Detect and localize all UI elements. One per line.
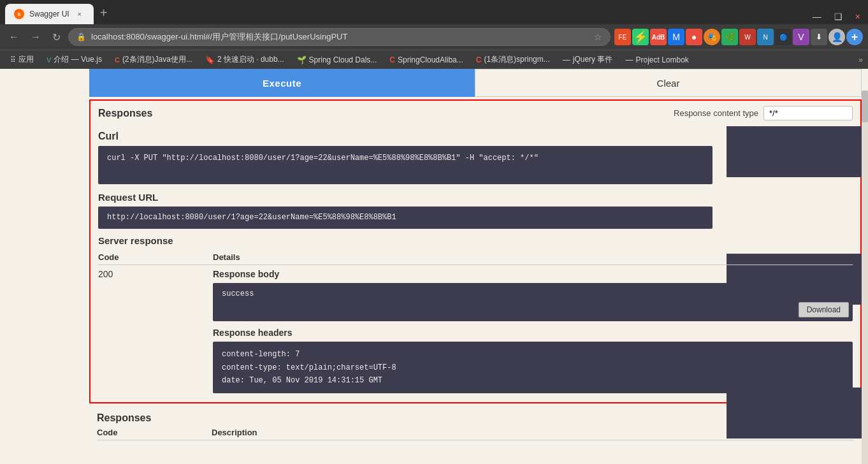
curl-section: Curl curl -X PUT "http://localhost:8080/… [98,131,853,184]
tab-close-button[interactable]: × [75,9,85,19]
response-table-row: 200 Response body success Download [98,265,853,397]
ext-purple-icon[interactable]: V [793,29,809,45]
ext-plus-icon[interactable]: + [846,29,863,45]
response-code-value: 200 [98,269,213,279]
ext-green-icon[interactable]: ⚡ [632,29,649,45]
spring-icon: 🌱 [297,55,307,64]
scrollbar-thumb[interactable] [862,91,868,122]
minimize-button[interactable]: — [807,9,827,24]
response-content-type-label: Response content type [674,108,758,118]
request-url-block: http://localhost:8080/user/1?age=22&user… [98,207,712,229]
refresh-button[interactable]: ↻ [48,30,64,45]
csdn-icon: C [115,56,120,64]
responses-section: Responses Response content type */* [89,99,862,403]
extension-icons: FE ⚡ AdB M ● 🎭 🌿 W N 🔵 V ⬇ 👤 + [614,29,863,45]
maximize-button[interactable]: ❑ [829,9,848,24]
response-details-col: Response body success Download Response … [213,269,853,393]
curl-code-block: curl -X PUT "http://localhost:8080/user/… [98,146,712,184]
download-button[interactable]: Download [799,302,849,317]
address-bar[interactable]: 🔒 localhost:8080/swagger-ui.html#/用户管理相关… [68,28,611,46]
more-bookmarks-button[interactable]: » [858,55,863,64]
responses-title: Responses [98,108,152,119]
response-body-block: success Download [213,283,853,321]
toolbar-icons: FE ⚡ AdB M ● 🎭 🌿 W N 🔵 V ⬇ 👤 + [614,29,863,45]
request-url-section: Request URL http://localhost:8080/user/1… [98,192,853,229]
apps-grid-icon: ⠿ [10,55,16,64]
bookmark-springm[interactable]: C (1条消息)springm... [471,53,555,66]
response-body-value: success [222,289,254,298]
response-headers-block: content-length: 7 content-type: text/pla… [213,342,853,393]
tab-title: Swagger UI [29,10,69,18]
ext-dark-icon[interactable]: 🔵 [775,29,792,45]
request-url-label: Request URL [98,192,853,203]
bookmark-icon: 🔖 [205,55,215,64]
response-body-label: Response body [213,269,853,279]
ext-orange-icon[interactable]: 🎭 [704,29,720,45]
jquery-icon: — [563,55,570,64]
back-button[interactable]: ← [5,30,23,44]
tab-favicon: S [14,9,24,19]
lock-icon: 🔒 [76,33,86,41]
download-area: success Download [213,283,853,321]
csdn2-icon: C [389,55,395,64]
response-headers-value: content-length: 7 content-type: text/pla… [222,348,844,387]
ext-red-circle-icon[interactable]: ● [686,29,702,45]
server-response-label: Server response [98,235,853,246]
response-content-type-area: Response content type */* [674,106,853,120]
ext-fe-icon[interactable]: FE [614,29,631,45]
vue-icon: V [47,56,51,64]
bookmark-dubbo[interactable]: 🔖 2 快速启动 · dubb... [200,53,289,66]
curl-value: curl -X PUT "http://localhost:8080/user/… [107,154,539,163]
response-table-header: Code Details [98,250,853,265]
col-details-header: Details [213,252,853,262]
bookmark-java[interactable]: C (2条消息)Java使用... [110,53,198,66]
curl-label: Curl [98,131,853,142]
page-content: Execute Clear Responses Response content… [0,69,868,464]
ext-blue2-icon[interactable]: N [757,29,774,45]
bookmark-lombok[interactable]: — Project Lombok [620,54,693,66]
execute-clear-row: Execute Clear [89,69,862,97]
bookmark-star-icon[interactable]: ☆ [594,32,602,42]
ext-download-icon[interactable]: ⬇ [811,29,827,45]
active-tab[interactable]: S Swagger UI × [5,4,94,24]
new-tab-button[interactable]: + [94,1,114,24]
bottom-col-code: Code [97,428,212,437]
ext-leaf-icon[interactable]: 🌿 [721,29,738,45]
forward-button[interactable]: → [27,30,45,44]
request-url-value: http://localhost:8080/user/1?age=22&user… [107,213,396,222]
ext-adblock-icon[interactable]: AdB [650,29,667,45]
col-code-header: Code [98,252,213,262]
clear-button[interactable]: Clear [475,69,862,97]
bookmark-jquery[interactable]: — jQuery 事件 [558,53,618,66]
csdn3-icon: C [476,55,482,64]
ext-red2-icon[interactable]: W [739,29,756,45]
bookmark-apps[interactable]: ⠿ 应用 [5,53,39,66]
lombok-icon: — [625,55,633,64]
bookmark-springcloudalibaba[interactable]: C SpringCloudAliba... [384,54,468,66]
responses-header: Responses Response content type */* [90,101,860,126]
response-type-select[interactable]: */* [763,106,853,120]
close-button[interactable]: × [850,9,865,24]
bookmark-springcloud[interactable]: 🌱 Spring Cloud Dals... [292,54,382,66]
server-response-section: Server response Code Details 200 Respons… [98,235,853,397]
bookmark-vuejs[interactable]: V 介绍 — Vue.js [41,53,107,66]
ext-blue-icon[interactable]: M [668,29,684,45]
bookmarks-bar: ⠿ 应用 V 介绍 — Vue.js C (2条消息)Java使用... 🔖 2… [0,50,868,69]
url-text: localhost:8080/swagger-ui.html#/用户管理相关接口… [91,31,589,43]
scrollbar-track[interactable] [862,91,868,464]
execute-button[interactable]: Execute [89,69,475,97]
response-headers-label: Response headers [213,328,853,338]
ext-user-icon[interactable]: 👤 [828,29,845,45]
